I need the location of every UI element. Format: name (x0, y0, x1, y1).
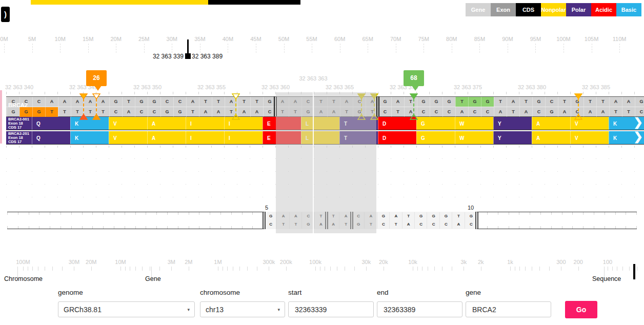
amino-acid-block-Q: Q (32, 131, 70, 144)
ruler-tick-label: 85M (474, 36, 485, 42)
variant-marker-triangle-up[interactable] (232, 113, 240, 122)
zoom-base-cell: A (402, 220, 415, 229)
scale-tick (257, 267, 257, 271)
end-input[interactable] (377, 301, 462, 317)
scale-tick (452, 267, 452, 271)
continue-right-chevron[interactable]: ❯ (634, 130, 643, 144)
variant-marker-triangle-down[interactable] (79, 92, 88, 101)
variant-marker-triangle-down[interactable] (92, 92, 100, 101)
variant-marker-triangle-down[interactable] (574, 92, 582, 101)
gene-input-field[interactable] (471, 302, 545, 317)
start-input[interactable] (288, 301, 374, 317)
amino-acid-letter: K (75, 135, 78, 140)
scale-zone-label-chromosome: Chromosome (4, 275, 43, 282)
legend-button-cds[interactable]: CDS (516, 3, 541, 16)
ruler-tick-label: 90M (502, 36, 513, 42)
base-cell: T (494, 97, 507, 107)
variant-marker-triangle-up[interactable] (92, 113, 100, 122)
go-button[interactable]: Go (565, 301, 597, 318)
scale-tick (23, 267, 24, 271)
base-cell: G (378, 97, 392, 107)
base-cell: G (148, 97, 161, 107)
ruler-tick (88, 44, 89, 53)
variant-marker-triangle-up[interactable] (574, 113, 582, 122)
scale-tick (337, 267, 337, 271)
continue-right-chevron[interactable]: ❯ (634, 116, 643, 129)
amino-acid-letter: A (536, 120, 540, 126)
scale-tick (227, 267, 228, 271)
variant-marker-triangle-up[interactable] (410, 113, 418, 122)
variant-marker-triangle-up[interactable] (79, 113, 88, 122)
ruler-tick (172, 44, 172, 53)
base-cell: A (558, 107, 571, 117)
scale-label: 1M (214, 259, 222, 265)
sequence-left-edge-indicator (0, 90, 2, 144)
zoom-boundary-bar (263, 212, 266, 229)
legend-button-basic[interactable]: Basic (616, 3, 641, 16)
legend-button-exon[interactable]: Exon (491, 3, 516, 16)
variant-count-badge[interactable]: 68 (404, 70, 424, 86)
scale-tick (519, 267, 520, 271)
scale-tick (269, 267, 269, 271)
zoom-base-cell: C (377, 220, 390, 229)
chromosome-select[interactable]: chr13▾ (200, 301, 285, 317)
scale-tick (320, 267, 320, 271)
genome-label: genome (58, 289, 83, 296)
gene-input[interactable] (466, 301, 551, 317)
coordinate-label: 32 363 385 (582, 84, 610, 90)
scale-tick (239, 267, 240, 271)
coordinate-label: 32 363 355 (197, 84, 226, 90)
legend-button-polar[interactable]: Polar (566, 3, 591, 16)
selection-overlay-column (276, 92, 376, 233)
zoom-base-cell: T (389, 220, 402, 229)
ruler-tick-label: 70M (390, 36, 401, 42)
variant-marker-triangle-down[interactable] (410, 92, 418, 101)
genome-select[interactable]: GRCh38.81▾ (58, 301, 195, 317)
scale-tick (171, 267, 172, 271)
scale-tick (223, 267, 223, 271)
zoom-base-cell: G (377, 212, 390, 220)
center-position-line (313, 82, 314, 233)
base-cell: T (507, 107, 520, 117)
amino-acid-block-Y: Y (493, 117, 532, 130)
scale-tick (422, 267, 422, 271)
scale-tick (525, 267, 526, 271)
amino-acid-letter: E (267, 120, 271, 126)
transcript-label-line: CDS 17 (8, 140, 32, 144)
start-input-field[interactable] (294, 302, 368, 317)
ruler-tick (228, 44, 228, 53)
scale-label: 100M (16, 259, 30, 265)
ruler-tick (424, 44, 424, 53)
end-input-field[interactable] (383, 302, 456, 317)
ruler-position-marker-line[interactable] (187, 39, 189, 55)
amino-acid-block-G: G (416, 117, 455, 130)
transcript-label: BRCA2-001Exon 18CDS 17 (6, 117, 32, 130)
ruler-position-marker-handle[interactable] (185, 53, 191, 59)
legend-button-nonpolar[interactable]: Nonpolar (541, 3, 566, 16)
ruler-tick (564, 44, 564, 53)
variant-count-badge[interactable]: 26 (86, 70, 107, 86)
scale-tick (286, 267, 287, 271)
legend-button-gene[interactable]: Gene (466, 3, 491, 16)
ruler-tick (4, 44, 5, 53)
coordinate-label: 32 363 340 (5, 84, 33, 90)
scale-label: 300 (556, 259, 566, 265)
transcript-label-line: CDS 17 (8, 126, 32, 130)
scale-label: 3M (168, 259, 175, 265)
base-cell: G (19, 107, 33, 117)
variant-marker-triangle-down[interactable] (232, 92, 240, 101)
zoom-base-cell: G (427, 212, 439, 220)
zoom-base-cell: C (439, 220, 452, 229)
legend-button-acidic[interactable]: Acidic (591, 3, 616, 16)
scale-tick (464, 267, 464, 271)
base-cell: G (7, 107, 20, 117)
current-scale-marker[interactable] (633, 264, 635, 279)
scale-tick (28, 267, 28, 271)
scale-tick (539, 267, 540, 271)
scale-label: 10M (115, 259, 126, 265)
zoom-base-cell: A (452, 220, 465, 229)
sidebar-toggle-button[interactable]: ) (1, 7, 10, 22)
scale-label: 30M (69, 259, 79, 265)
amino-acid-block-V: V (570, 131, 609, 144)
base-cell: T (199, 97, 212, 107)
